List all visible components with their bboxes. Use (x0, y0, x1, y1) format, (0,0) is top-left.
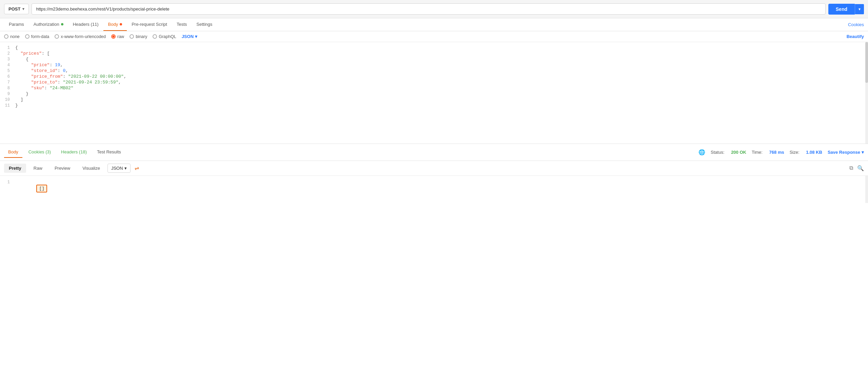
line-content-10: ] (15, 97, 868, 102)
line-content-11: } (15, 103, 868, 108)
json-chevron-icon: ▾ (195, 34, 197, 39)
line-number-7: 7 (0, 80, 15, 85)
response-status-area: 🌐 Status: 200 OK Time: 768 ms Size: 1.08… (698, 149, 864, 155)
resp-view-visualize-label: Visualize (82, 166, 100, 171)
code-line-11: 11 } (0, 103, 868, 108)
body-dot-icon (120, 23, 122, 25)
radio-none[interactable]: none (4, 34, 20, 39)
radio-raw-label: raw (117, 34, 124, 39)
search-response-icon[interactable]: 🔍 (857, 165, 864, 171)
method-label: POST (8, 6, 20, 12)
line-content-4: "price": 19, (15, 62, 868, 68)
line-content-1: { (15, 45, 868, 50)
radio-raw[interactable]: raw (111, 34, 124, 39)
radio-raw-inner (112, 35, 115, 38)
send-dropdown-button[interactable]: ▾ (855, 4, 864, 14)
code-line-8: 8 "sku": "24-MB02" (0, 85, 868, 91)
resp-tab-cookies-label: Cookies (3) (28, 149, 51, 154)
line-number-10: 10 (0, 97, 15, 102)
time-label: Time: (752, 150, 764, 155)
tab-tests[interactable]: Tests (172, 18, 192, 31)
resp-view-preview-label: Preview (55, 166, 70, 171)
response-tabs-bar: Body Cookies (3) Headers (18) Test Resul… (0, 144, 868, 161)
body-type-bar: none form-data x-www-form-urlencoded raw… (0, 31, 868, 42)
tab-params[interactable]: Params (4, 18, 29, 31)
tab-settings-label: Settings (196, 22, 212, 27)
save-response-button[interactable]: Save Response ▾ (828, 150, 864, 155)
request-tabs-bar: Params Authorization Headers (11) Body P… (0, 18, 868, 31)
url-input[interactable] (32, 3, 825, 15)
radio-graphql[interactable]: GraphQL (153, 34, 176, 39)
status-label: Status: (711, 150, 726, 155)
tab-headers-label: Headers (11) (73, 22, 99, 27)
resp-view-preview[interactable]: Preview (50, 164, 75, 173)
globe-icon: 🌐 (698, 149, 705, 155)
status-value: 200 OK (731, 150, 746, 155)
tab-headers[interactable]: Headers (11) (68, 18, 103, 31)
radio-formdata-circle (25, 34, 29, 39)
resp-view-raw-label: Raw (34, 166, 42, 171)
resp-json-selector[interactable]: JSON ▾ (107, 164, 131, 173)
radio-urlencoded-circle (55, 34, 59, 39)
resp-tab-testresults-label: Test Results (97, 149, 121, 154)
line-number-2: 2 (0, 51, 15, 56)
resp-view-pretty[interactable]: Pretty (4, 164, 26, 173)
radio-formdata[interactable]: form-data (25, 34, 50, 39)
resp-view-pretty-label: Pretty (9, 166, 21, 171)
editor-scrollbar-thumb (865, 42, 868, 83)
resp-line-1: 1 [] (0, 179, 868, 198)
line-number-11: 11 (0, 103, 15, 108)
line-number-4: 4 (0, 63, 15, 68)
resp-view-raw[interactable]: Raw (29, 164, 47, 173)
method-selector[interactable]: POST ▾ (4, 4, 29, 14)
tab-settings[interactable]: Settings (192, 18, 217, 31)
resp-view-visualize[interactable]: Visualize (78, 164, 105, 173)
request-body-editor[interactable]: 1 { 2 "prices": [ 3 { 4 "price": 19, 5 "… (0, 42, 868, 144)
radio-binary[interactable]: binary (130, 34, 147, 39)
resp-tab-testresults[interactable]: Test Results (93, 147, 125, 158)
time-value: 768 ms (769, 150, 784, 155)
resp-scrollbar[interactable] (865, 176, 868, 203)
line-number-9: 9 (0, 92, 15, 96)
resp-line-content-1: [] (15, 180, 868, 198)
resp-tab-headers[interactable]: Headers (18) (57, 147, 91, 158)
line-number-6: 6 (0, 74, 15, 79)
response-section: Body Cookies (3) Headers (18) Test Resul… (0, 144, 868, 203)
radio-urlencoded-label: x-www-form-urlencoded (61, 34, 106, 39)
line-content-7: "price_to": "2021-09-24 23:59:59", (15, 80, 868, 85)
json-type-label: JSON (182, 34, 194, 39)
resp-tab-body[interactable]: Body (4, 147, 22, 158)
code-line-9: 9 } (0, 91, 868, 97)
send-button[interactable]: Send (828, 4, 855, 15)
line-content-2: "prices": [ (15, 51, 868, 56)
radio-none-label: none (10, 34, 20, 39)
radio-none-circle (4, 34, 8, 39)
editor-scrollbar[interactable] (865, 42, 868, 144)
resp-json-label: JSON (111, 166, 123, 171)
tab-body[interactable]: Body (103, 18, 127, 31)
tab-prerequest[interactable]: Pre-request Script (127, 18, 172, 31)
json-type-selector[interactable]: JSON ▾ (182, 34, 197, 39)
line-number-8: 8 (0, 86, 15, 91)
radio-urlencoded[interactable]: x-www-form-urlencoded (55, 34, 106, 39)
wrap-lines-icon[interactable]: ⇌ (135, 165, 139, 171)
line-content-6: "price_from": "2021-09-22 00:00:00", (15, 74, 868, 79)
code-line-10: 10 ] (0, 97, 868, 103)
code-line-1: 1 { (0, 45, 868, 51)
code-line-2: 2 "prices": [ (0, 51, 868, 56)
size-label: Size: (790, 150, 801, 155)
copy-response-icon[interactable]: ⧉ (849, 165, 853, 171)
cookies-link[interactable]: Cookies (848, 22, 864, 27)
radio-binary-label: binary (136, 34, 147, 39)
tab-authorization[interactable]: Authorization (29, 18, 68, 31)
line-number-1: 1 (0, 45, 15, 50)
radio-graphql-label: GraphQL (159, 34, 176, 39)
line-content-5: "store_id": 0, (15, 68, 868, 73)
beautify-button[interactable]: Beautify (847, 34, 864, 39)
resp-tab-cookies[interactable]: Cookies (3) (24, 147, 55, 158)
radio-raw-circle (111, 34, 116, 39)
code-line-3: 3 { (0, 56, 868, 62)
line-number-5: 5 (0, 69, 15, 73)
response-format-bar: Pretty Raw Preview Visualize JSON ▾ ⇌ ⧉ … (0, 161, 868, 176)
authorization-dot-icon (61, 23, 63, 25)
